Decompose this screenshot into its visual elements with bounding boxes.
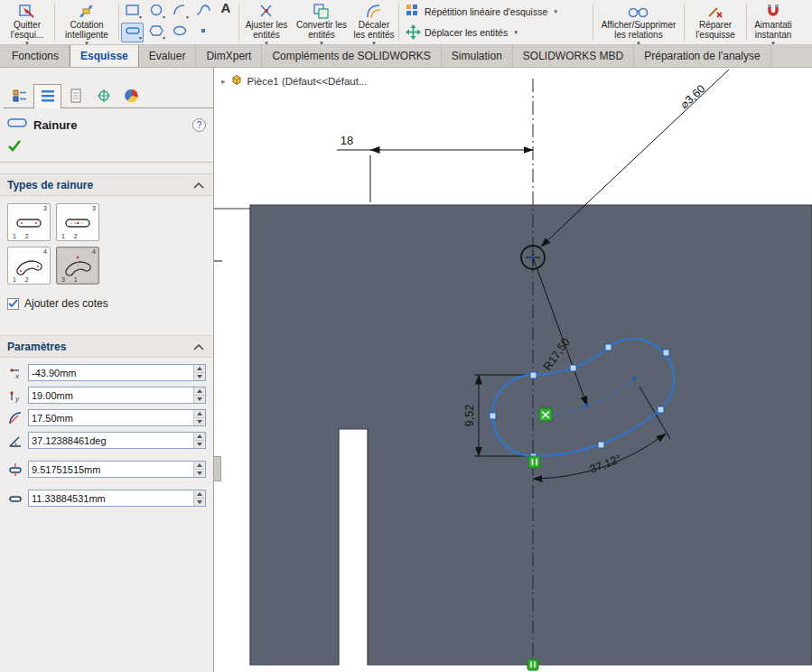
display-relations-button[interactable]: Afficher/Supprimer les relations ▼ xyxy=(595,1,682,43)
dropdown-caret-icon[interactable]: ▼ xyxy=(162,14,166,20)
smart-dimension-label: Cotation intelligente xyxy=(58,20,116,40)
repair-sketch-label: Réparer l'esquisse xyxy=(687,20,743,40)
offset-entities-button[interactable]: Décaler les entités ▼ xyxy=(351,1,397,43)
straight-slot-button[interactable]: 3 1 2 xyxy=(7,203,51,241)
slot-center-x-input[interactable] xyxy=(29,365,193,380)
spinner-up[interactable] xyxy=(194,387,205,396)
dropdown-caret-icon[interactable]: ▼ xyxy=(138,35,143,41)
property-manager-panel: Rainure ? Types de rainure 3 1 2 xyxy=(0,68,214,672)
tab-dimxpertmanager[interactable] xyxy=(89,85,117,107)
move-entities-label: Déplacer les entités xyxy=(425,27,508,38)
centerpoint-straight-slot-button[interactable]: 3 1 2 xyxy=(56,203,99,241)
tab-preparation-analyse[interactable]: Préparation de l'analyse xyxy=(634,45,770,67)
dropdown-caret-icon[interactable]: ▼ xyxy=(162,35,166,41)
arc-tool-button[interactable]: ▼ xyxy=(168,2,191,22)
spline-tool-button[interactable] xyxy=(191,2,214,22)
dropdown-caret-icon[interactable]: ▼ xyxy=(513,30,518,36)
polygon-tool-button[interactable]: ▼ xyxy=(145,23,167,42)
dimension-18-text[interactable]: 18 xyxy=(341,134,353,147)
command-manager-toolbar: Quitter l'esqui... ▼ Cotation intelligen… xyxy=(0,0,812,45)
panel-splitter-handle[interactable] xyxy=(214,456,221,481)
spinner-down[interactable] xyxy=(194,396,205,403)
tab-configurationmanager[interactable] xyxy=(61,85,89,107)
slot-types-header[interactable]: Types de rainure xyxy=(0,173,213,196)
rectangle-tool-button[interactable]: ▼ xyxy=(121,2,144,22)
parameters-title: Paramètres xyxy=(7,341,66,353)
param-row-center-y: y xyxy=(7,386,206,405)
spinner-up[interactable] xyxy=(194,490,205,499)
repair-sketch-button[interactable]: Réparer l'esquisse xyxy=(686,1,744,43)
convert-entities-button[interactable]: Convertir les entités ▼ xyxy=(293,1,350,43)
sketch-point xyxy=(585,404,590,408)
spinner-up[interactable] xyxy=(194,433,205,441)
tab-propertymanager[interactable] xyxy=(33,84,61,108)
chevron-up-icon[interactable] xyxy=(193,343,204,350)
spinner-down[interactable] xyxy=(194,499,205,506)
parameters-header[interactable]: Paramètres xyxy=(0,335,213,358)
spinner-up[interactable] xyxy=(194,365,205,373)
chevron-up-icon[interactable] xyxy=(193,182,204,189)
dimxpertmanager-icon xyxy=(97,89,111,106)
add-dimensions-checkbox[interactable]: Ajouter des cotes xyxy=(0,288,213,312)
ok-button[interactable] xyxy=(7,142,22,154)
slot-type-grid: 3 1 2 3 1 2 4 1 2 4 3 1 xyxy=(0,196,213,288)
ellipse-tool-button[interactable] xyxy=(168,23,191,42)
spinner-down[interactable] xyxy=(194,418,205,425)
three-point-arc-slot-button[interactable]: 4 1 2 xyxy=(7,247,51,285)
tab-displaymanager[interactable] xyxy=(117,85,145,107)
slot-tool-button[interactable]: ▼ xyxy=(121,23,144,42)
slot-feature-icon xyxy=(7,117,27,134)
tab-solidworks-mbd[interactable]: SOLIDWORKS MBD xyxy=(513,45,634,67)
convert-entities-label: Convertir les entités xyxy=(294,20,350,40)
dropdown-caret-icon[interactable]: ▼ xyxy=(185,14,190,20)
spinner-down[interactable] xyxy=(194,470,205,477)
smart-dimension-button[interactable]: Cotation intelligente ▼ xyxy=(57,1,117,43)
slot-center-y-input[interactable] xyxy=(29,387,193,403)
dimension-diameter-text[interactable]: ⌀3,60 xyxy=(677,82,707,111)
relation-badge-tangent[interactable] xyxy=(528,456,540,468)
part-face[interactable] xyxy=(250,205,812,665)
spinner-down[interactable] xyxy=(194,373,205,380)
panel-title: Rainure xyxy=(33,118,186,132)
instant-snap-button[interactable]: Aimantati instantan ▼ xyxy=(749,1,798,43)
spinner-up[interactable] xyxy=(194,462,205,470)
tab-simulation[interactable]: Simulation xyxy=(442,45,513,67)
spinner-down[interactable] xyxy=(194,441,205,448)
tab-fonctions[interactable]: Fonctions xyxy=(2,45,70,67)
dropdown-caret-icon[interactable]: ▼ xyxy=(138,14,143,20)
dimension-slot-width-text[interactable]: 9,52 xyxy=(463,405,476,426)
graphics-viewport[interactable]: ▸ Pièce1 (Défaut<<Défaut... xyxy=(214,68,812,672)
slot-radius-input[interactable] xyxy=(29,410,193,425)
relation-badge-vertical[interactable] xyxy=(527,659,538,670)
convert-entities-icon xyxy=(313,3,331,20)
trim-entities-label: Ajuster les entités xyxy=(242,20,291,40)
circle-tool-button[interactable]: ▼ xyxy=(145,2,167,22)
relation-badge-coincident[interactable] xyxy=(539,408,552,421)
slot-center-y-icon: y xyxy=(7,387,23,403)
spline-icon xyxy=(196,4,210,21)
sketch-canvas[interactable]: 18 ⌀3,60 R17,50 9,52 xyxy=(214,68,812,672)
slot-width-icon xyxy=(7,462,23,477)
exit-sketch-button[interactable]: Quitter l'esqui... ▼ xyxy=(2,1,52,43)
breadcrumb[interactable]: ▸ Pièce1 (Défaut<<Défaut... xyxy=(221,74,368,88)
tab-evaluer[interactable]: Evaluer xyxy=(139,45,197,67)
help-icon[interactable]: ? xyxy=(192,118,206,132)
slot-width-input[interactable] xyxy=(29,462,193,477)
text-tool-button[interactable]: A xyxy=(215,1,237,43)
tab-esquisse[interactable]: Esquisse xyxy=(70,45,139,67)
centerpoint-arc-slot-button[interactable]: 4 3 1 xyxy=(56,247,99,285)
point-tool-button[interactable] xyxy=(191,23,214,42)
move-entities-button[interactable]: Déplacer les entités ▼ xyxy=(404,23,588,42)
slot-length-input[interactable] xyxy=(29,490,193,506)
linear-pattern-button[interactable]: Répétition linéaire d'esquisse ▼ xyxy=(404,3,588,22)
slot-angle-input[interactable] xyxy=(29,433,193,448)
spinner-up[interactable] xyxy=(194,410,205,418)
tab-dimxpert[interactable]: DimXpert xyxy=(196,45,262,67)
tab-featuremanager[interactable] xyxy=(5,85,33,107)
dimension-18[interactable]: 18 xyxy=(337,134,533,202)
tab-complements[interactable]: Compléments de SOLIDWORKS xyxy=(262,45,441,67)
breadcrumb-arrow-icon[interactable]: ▸ xyxy=(221,77,226,86)
toolbar-separator xyxy=(746,4,747,41)
trim-entities-button[interactable]: Ajuster les entités ▼ xyxy=(241,1,292,43)
dropdown-caret-icon[interactable]: ▼ xyxy=(553,9,558,15)
